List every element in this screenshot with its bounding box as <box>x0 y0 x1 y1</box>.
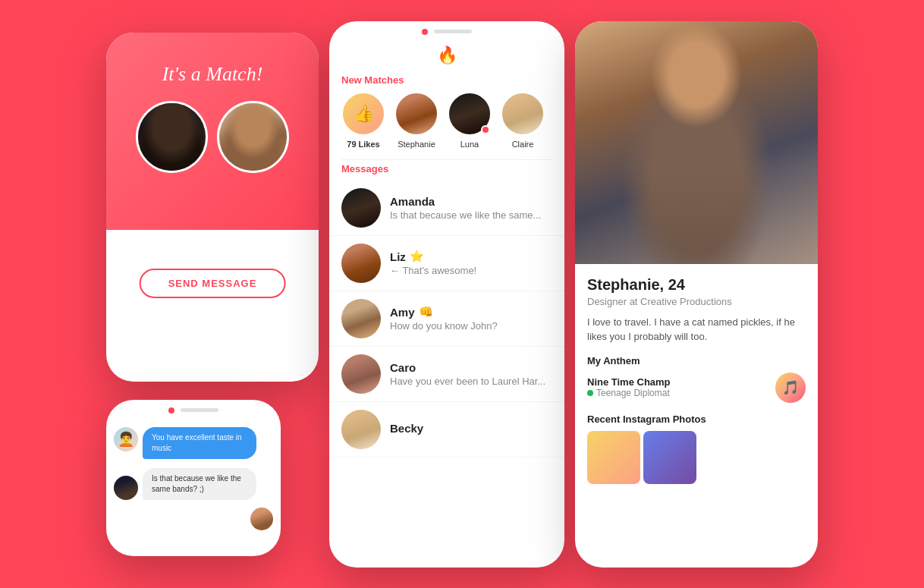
chat-phone-notch <box>168 407 218 413</box>
match-phone: It's a Match! SEND MESSAGE <box>106 33 319 382</box>
claire-avatar-wrap <box>501 92 545 136</box>
becky-avatar <box>341 410 381 449</box>
liz-content: Liz ⭐ ← That's awesome! <box>390 250 552 276</box>
claire-avatar <box>501 92 545 136</box>
left-column: It's a Match! SEND MESSAGE 🧑‍🦱 <box>106 33 319 556</box>
caro-preview: Have you ever been to Laurel Har... <box>390 376 552 387</box>
profile-job: Designer at Creative Productions <box>587 296 806 307</box>
liz-name: Liz ⭐ <box>390 250 552 263</box>
chat-phone: 🧑‍🦱 You have excellent taste in music Is… <box>106 400 281 556</box>
phones-wrapper: It's a Match! SEND MESSAGE 🧑‍🦱 <box>106 21 818 568</box>
amanda-preview: Is that because we like the same... <box>390 209 552 221</box>
likes-avatar-wrap: 👍 <box>341 92 385 136</box>
liz-avatar <box>341 244 381 283</box>
chat-match-avatar <box>250 508 273 530</box>
anthem-song: Nine Time Champ <box>587 376 768 388</box>
stephanie-name: Stephanie <box>398 140 435 149</box>
match-luna[interactable]: Luna <box>448 92 492 149</box>
anthem-artist: Teenage Diplomat <box>587 388 768 398</box>
amy-avatar <box>341 299 381 338</box>
tinder-logo: 🔥 <box>329 46 564 65</box>
liz-preview: ← That's awesome! <box>390 265 552 276</box>
message-caro[interactable]: Caro Have you ever been to Laurel Har... <box>329 347 564 402</box>
message-amy[interactable]: Amy 👊 How do you know John? <box>329 291 564 347</box>
match-avatar <box>217 101 289 173</box>
instagram-photo-1[interactable] <box>587 431 640 484</box>
messages-phone: 🔥 New Matches 👍 79 Likes <box>329 21 564 568</box>
chat-phone-camera <box>168 407 174 413</box>
new-matches-row: 👍 79 Likes Stephanie <box>329 92 564 159</box>
messages-phone-camera <box>422 29 428 35</box>
luna-online-indicator <box>481 125 490 134</box>
tinder-flame-icon: 🔥 <box>437 46 457 65</box>
likes-count: 79 Likes <box>347 140 379 149</box>
divider <box>341 159 552 160</box>
amanda-avatar <box>341 188 381 228</box>
profile-bio: I love to travel. I have a cat named pic… <box>587 315 806 344</box>
amanda-content: Amanda Is that because we like the same.… <box>390 195 552 221</box>
profile-name: Stephanie, 24 <box>587 276 806 294</box>
messages-phone-notch <box>422 29 472 35</box>
messages-label: Messages <box>329 163 564 181</box>
anthem-row: Nine Time Champ Teenage Diplomat 🎵 <box>587 373 806 403</box>
anthem-disc: 🎵 <box>775 373 806 403</box>
becky-name: Becky <box>390 422 552 435</box>
anthem-info: Nine Time Champ Teenage Diplomat <box>587 376 768 398</box>
message-becky[interactable]: Becky <box>329 402 564 458</box>
luna-name: Luna <box>460 140 479 149</box>
chat-content: 🧑‍🦱 You have excellent taste in music Is… <box>106 400 281 556</box>
chat-user-avatar <box>114 476 138 500</box>
profile-inner: Stephanie, 24 Designer at Creative Produ… <box>575 21 818 568</box>
bitmoji-avatar: 🧑‍🦱 <box>114 427 138 451</box>
message-liz[interactable]: Liz ⭐ ← That's awesome! <box>329 236 564 291</box>
caro-avatar <box>341 354 381 394</box>
amy-emoji: 👊 <box>419 305 433 319</box>
likes-icon: 👍 <box>343 93 384 134</box>
my-anthem-title: My Anthem <box>587 355 806 366</box>
chat-phone-speaker <box>181 408 218 412</box>
messages-list: Amanda Is that because we like the same.… <box>329 181 564 568</box>
match-avatars <box>106 101 319 173</box>
new-matches-label: New Matches <box>329 74 564 92</box>
likes-avatar: 👍 <box>341 92 385 136</box>
amy-name: Amy 👊 <box>390 305 552 319</box>
instagram-photo-2[interactable] <box>643 431 696 484</box>
caro-content: Caro Have you ever been to Laurel Har... <box>390 361 552 387</box>
stephanie-avatar-wrap <box>394 92 438 136</box>
chat-bubble-sent: You have excellent taste in music <box>143 427 256 459</box>
instagram-title: Recent Instagram Photos <box>587 413 806 425</box>
amanda-name: Amanda <box>390 195 552 208</box>
stephanie-avatar <box>394 92 438 136</box>
messages-phone-speaker <box>434 30 472 33</box>
user-avatar <box>136 101 208 173</box>
liz-emoji: ⭐ <box>410 250 424 263</box>
amy-preview: How do you know John? <box>390 320 552 332</box>
becky-content: Becky <box>390 422 552 436</box>
match-stephanie[interactable]: Stephanie <box>394 92 438 149</box>
match-claire[interactable]: Claire <box>501 92 545 149</box>
likes-item[interactable]: 👍 79 Likes <box>341 92 385 149</box>
profile-photo <box>575 21 818 264</box>
message-amanda[interactable]: Amanda Is that because we like the same.… <box>329 181 564 236</box>
messages-inner: 🔥 New Matches 👍 79 Likes <box>329 21 564 568</box>
profile-details: Stephanie, 24 Designer at Creative Produ… <box>575 264 818 568</box>
instagram-photos <box>587 431 806 484</box>
chat-bubble-received: Is that because we like the same bands? … <box>143 468 256 500</box>
amy-content: Amy 👊 How do you know John? <box>390 305 552 332</box>
profile-photo-overlay <box>575 21 818 264</box>
match-title: It's a Match! <box>106 63 319 86</box>
caro-name: Caro <box>390 361 552 374</box>
claire-name: Claire <box>512 140 534 149</box>
send-message-button[interactable]: SEND MESSAGE <box>140 269 286 298</box>
luna-avatar-wrap <box>448 92 492 136</box>
spotify-icon <box>587 390 593 396</box>
profile-phone: Stephanie, 24 Designer at Creative Produ… <box>575 21 818 568</box>
anthem-artist-name: Teenage Diplomat <box>596 388 670 398</box>
